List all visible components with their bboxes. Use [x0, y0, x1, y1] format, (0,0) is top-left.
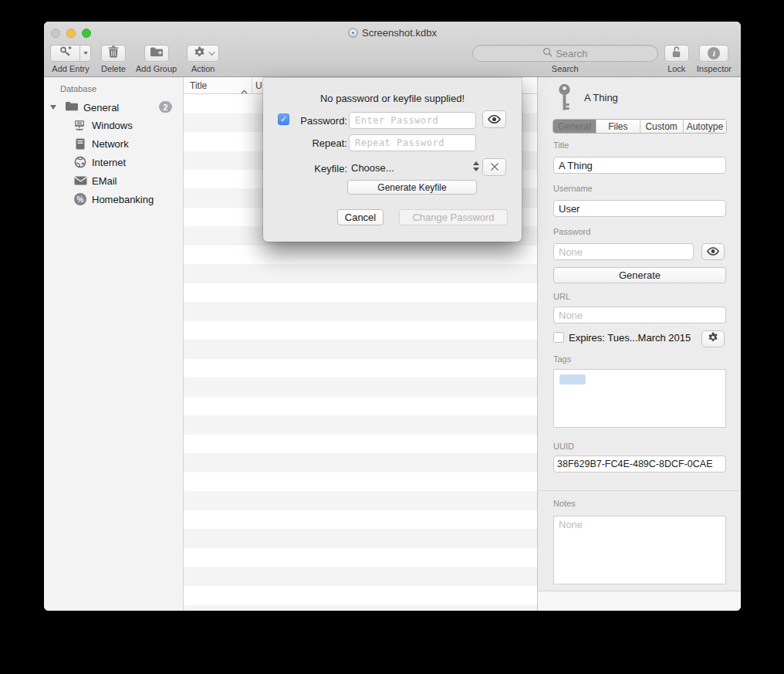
globe-icon [73, 156, 87, 168]
cancel-button[interactable]: Cancel [337, 209, 384, 225]
expires-checkbox[interactable] [553, 332, 564, 343]
lock-button[interactable] [664, 45, 689, 62]
action-label: Action [191, 64, 215, 73]
percent-icon: % [73, 193, 87, 205]
sidebar-item-windows[interactable]: Windows [44, 116, 183, 134]
window-chrome: Screenshot.kdbx Add Entry [44, 22, 741, 77]
column-header-username[interactable]: U [255, 80, 262, 91]
sidebar-item-label: General [83, 102, 119, 113]
lock-group: Lock [664, 45, 689, 73]
tag-chip[interactable] [559, 374, 586, 384]
search-group: Search Search [472, 45, 658, 73]
repeat-label: Repeat: [263, 137, 347, 149]
dialog-message: No password or keyfile supplied! [263, 93, 522, 104]
unlock-icon [671, 46, 682, 61]
keyfile-popup[interactable]: Choose... [351, 162, 394, 174]
show-password-button[interactable] [701, 243, 725, 260]
key-plus-icon [59, 46, 72, 61]
lock-label: Lock [667, 64, 685, 73]
toolbar: Add Entry Delete Add Group [44, 44, 741, 77]
password-label: Password: [263, 115, 347, 127]
sidebar: Database General 2 Windows Network [44, 77, 183, 611]
traffic-lights [51, 29, 91, 38]
tab-general[interactable]: General [553, 120, 596, 133]
gear-icon [708, 332, 718, 346]
eye-icon [487, 113, 502, 127]
close-button[interactable] [51, 29, 60, 38]
divider [538, 490, 741, 491]
search-placeholder: Search [556, 48, 587, 59]
inspector-group: i Inspector [697, 45, 732, 73]
tags-label: Tags [553, 354, 571, 364]
url-field[interactable] [553, 307, 726, 323]
sidebar-item-homebanking[interactable]: % Homebanking [44, 190, 183, 208]
add-entry-dropdown[interactable] [79, 45, 91, 62]
notes-field[interactable] [553, 516, 726, 584]
key-icon [556, 83, 573, 116]
window-title: Screenshot.kdbx [362, 27, 437, 39]
keyfile-label: Keyfile: [263, 163, 347, 174]
inspector-panel: A Thing General Files Custom Autotype Ti… [537, 77, 741, 611]
username-field[interactable] [553, 200, 726, 217]
generate-button[interactable]: Generate [553, 267, 726, 283]
app-window: Screenshot.kdbx Add Entry [44, 22, 741, 611]
zoom-button[interactable] [82, 29, 91, 38]
uuid-field[interactable] [553, 456, 726, 472]
tab-files[interactable]: Files [596, 120, 639, 133]
add-group-button[interactable] [144, 45, 169, 62]
action-button[interactable] [187, 45, 219, 62]
add-group-label: Add Group [136, 64, 177, 73]
password-field[interactable] [553, 243, 694, 260]
column-divider[interactable] [252, 77, 252, 93]
sidebar-item-label: Internet [92, 157, 126, 168]
generate-keyfile-button[interactable]: Generate Keyfile [347, 180, 477, 195]
sidebar-item-label: Network [92, 138, 129, 150]
clear-keyfile-button[interactable] [482, 158, 506, 176]
titlebar: Screenshot.kdbx [44, 22, 741, 44]
title-field[interactable] [553, 157, 726, 174]
username-label: Username [553, 184, 593, 193]
sidebar-item-email[interactable]: EMail [44, 171, 183, 190]
tab-custom[interactable]: Custom [640, 120, 683, 133]
inspector-label: Inspector [697, 64, 732, 73]
entry-title: A Thing [584, 92, 618, 103]
folder-plus-icon [150, 46, 164, 60]
sidebar-item-label: Homebanking [92, 194, 154, 205]
sidebar-item-network[interactable]: Network [44, 134, 183, 153]
sidebar-item-general[interactable]: General 2 [44, 99, 183, 116]
disclosure-triangle-icon[interactable] [50, 105, 56, 110]
delete-button[interactable] [101, 45, 126, 62]
password-label: Password [553, 227, 590, 236]
expires-settings-button[interactable] [701, 330, 725, 347]
popup-stepper-icon[interactable] [473, 161, 479, 171]
inspector-footer [538, 591, 741, 611]
search-icon [542, 47, 553, 59]
sidebar-item-internet[interactable]: Internet [44, 153, 183, 171]
add-group-group: Add Group [136, 45, 177, 73]
add-entry-button[interactable] [50, 45, 79, 62]
search-input[interactable]: Search [472, 45, 658, 62]
column-header-title[interactable]: Title [190, 80, 207, 91]
minimize-button[interactable] [66, 29, 76, 38]
repeat-input[interactable] [349, 134, 476, 151]
folder-icon [65, 100, 79, 114]
password-input[interactable] [349, 112, 476, 129]
gear-icon [194, 46, 205, 61]
tab-autotype[interactable]: Autotype [683, 120, 726, 133]
trash-icon [108, 46, 119, 61]
change-password-button[interactable]: Change Password [399, 209, 508, 225]
url-label: URL [553, 292, 570, 301]
delete-group: Delete [101, 45, 126, 73]
chevron-down-icon [208, 49, 215, 55]
uuid-label: UUID [553, 442, 574, 451]
notes-label: Notes [553, 499, 576, 508]
eye-icon [706, 245, 720, 259]
inspector-button[interactable]: i [699, 45, 728, 62]
title-label: Title [553, 141, 569, 150]
add-entry-group: Add Entry [50, 45, 91, 73]
password-dialog: No password or keyfile supplied! ✓ Passw… [263, 78, 522, 242]
show-password-button[interactable] [482, 110, 506, 128]
entry-count-badge: 2 [159, 101, 172, 113]
sidebar-header: Database [60, 84, 96, 93]
tags-box[interactable] [553, 369, 726, 428]
